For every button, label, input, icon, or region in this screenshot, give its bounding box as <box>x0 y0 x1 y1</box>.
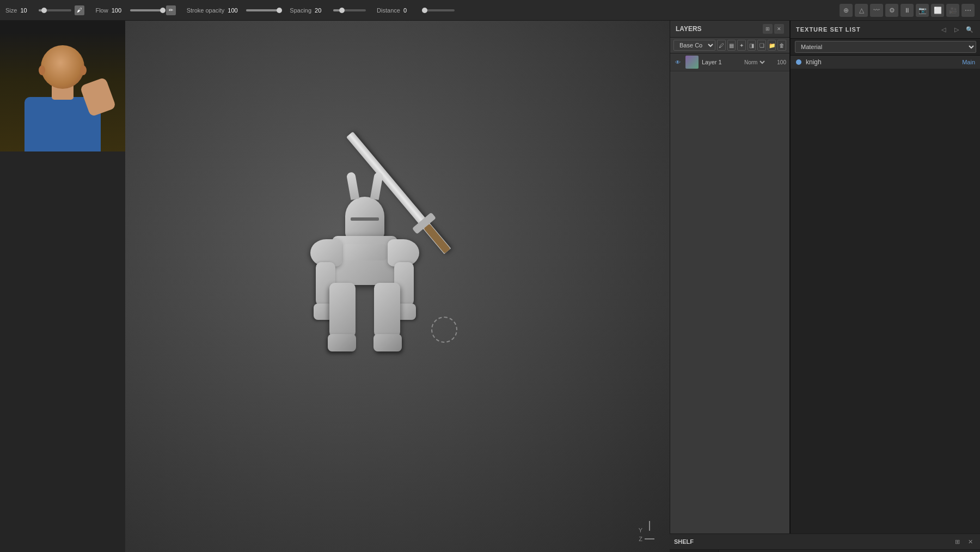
add-paint-layer-icon[interactable]: 🖊 <box>717 40 726 51</box>
shelf-expand-icon[interactable]: ⊞ <box>952 536 963 547</box>
flow-group: Flow 100 ✏ <box>95 5 175 15</box>
main-area: Size <box>0 21 980 552</box>
layer-thumbnail <box>685 56 699 69</box>
left-panel-bottom <box>0 151 125 552</box>
all-right-panels: LAYERS ⊞ ✕ Base Co 🖊 ▦ ✦ ◨ ❑ 📁 <box>670 21 980 552</box>
handle <box>424 223 450 253</box>
pause-icon[interactable]: ⏸ <box>901 4 914 17</box>
shelf-title: SHELF <box>674 538 694 545</box>
delete-icon[interactable]: 🗑 <box>777 40 786 51</box>
distance-group: Distance 0 <box>377 7 455 14</box>
layer-opacity: 100 <box>770 59 786 65</box>
head-armor <box>345 197 384 239</box>
tsl-arrow-right-icon[interactable]: ▷ <box>951 24 962 35</box>
flow-slider[interactable] <box>130 9 163 11</box>
tsl-material-area: Material <box>791 39 980 56</box>
flow-label: Flow <box>95 7 108 14</box>
layers-panel: LAYERS ⊞ ✕ Base Co 🖊 ▦ ✦ ◨ ❑ 📁 <box>670 21 789 533</box>
top-toolbar: Size 10 🖌 Flow 100 ✏ Stroke opacity 100 … <box>0 0 980 21</box>
layer-visibility-icon[interactable]: 👁 <box>673 58 682 66</box>
boot-right <box>373 334 402 351</box>
distance-slider[interactable] <box>422 9 455 11</box>
tsl-arrow-left-icon[interactable]: ◁ <box>938 24 949 35</box>
spacing-label: Spacing <box>290 7 311 14</box>
knight-model <box>321 197 408 360</box>
layer-1[interactable]: 👁 Layer 1 Norm 100 <box>670 53 789 71</box>
shelf-header-right: ⊞ ✕ <box>952 536 976 547</box>
lazy-mouse-icon[interactable]: △ <box>855 4 868 17</box>
size-group: Size 10 🖌 <box>5 5 84 15</box>
webcam-bg <box>0 32 125 151</box>
tsl-header-icons: ◁ ▷ 🔍 <box>938 24 975 35</box>
tsl-item-dot <box>796 59 801 65</box>
stroke-opacity-label: Stroke opacity <box>187 7 225 14</box>
distance-label: Distance <box>377 7 400 14</box>
shelf-content: ⊞ ≡ ⬛ ⬇ ⚡ ○ Smart ✕ <box>719 550 980 552</box>
layer-name: Layer 1 <box>702 59 739 65</box>
chest-plate <box>343 244 387 260</box>
tsl-panel: TEXTURE SET LIST ◁ ▷ 🔍 Material <box>790 21 980 533</box>
toolbar-action-icons: ⊕ △ 〰 ⚙ ⏸ 📷 ⬜ 🎥 ⋯ <box>840 4 975 17</box>
brush-icon[interactable]: 🖌 <box>75 5 84 15</box>
shelf-toolbar: ⊞ ≡ ⬛ ⬇ ⚡ ○ Smart ✕ <box>719 550 980 552</box>
add-effect-icon[interactable]: ✦ <box>737 40 746 51</box>
camera-icon[interactable]: 📷 <box>916 4 929 17</box>
stroke-opacity-slider[interactable] <box>246 9 279 11</box>
leg-left <box>329 283 356 337</box>
layers-expand-icon[interactable]: ⊞ <box>763 24 773 34</box>
layers-header-icons: ⊞ ✕ <box>763 24 784 34</box>
spacing-slider[interactable] <box>333 9 366 11</box>
add-fill-layer-icon[interactable]: ▦ <box>727 40 736 51</box>
left-panel: Size <box>0 21 125 552</box>
viewport[interactable]: Y Z <box>125 21 670 552</box>
symmetry-icon[interactable]: ⊕ <box>840 4 853 17</box>
webcam-area <box>0 32 125 151</box>
flow-brush-icon[interactable]: ✏ <box>166 5 176 15</box>
head <box>41 45 84 89</box>
spacing-value: 20 <box>315 7 330 14</box>
horn-right <box>370 171 383 199</box>
view3d-icon[interactable]: 🎥 <box>946 4 959 17</box>
layer-blend-dropdown[interactable]: Norm <box>742 59 767 66</box>
size-slider[interactable] <box>39 9 71 11</box>
layers-toolbar: Base Co 🖊 ▦ ✦ ◨ ❑ 📁 🗑 <box>670 38 789 53</box>
stroke-opacity-value: 100 <box>228 7 243 14</box>
shelf-header: SHELF ⊞ ✕ <box>670 534 980 550</box>
shelf-panel: SHELF ⊞ ✕ Hard Surfaces Skin Filters Bru… <box>670 533 980 552</box>
layers-title: LAYERS <box>676 25 702 33</box>
tsl-item-action[interactable]: Main <box>962 59 975 65</box>
group-icon[interactable]: 📁 <box>768 40 776 51</box>
axis-indicator: Y Z <box>639 527 654 542</box>
stroke-opacity-group: Stroke opacity 100 <box>187 7 279 14</box>
more-icon[interactable]: ⋯ <box>961 4 975 17</box>
leg-right <box>374 283 400 337</box>
settings-icon[interactable]: ⚙ <box>885 4 898 17</box>
add-mask-icon[interactable]: ◨ <box>748 40 756 51</box>
size-value: 10 <box>20 7 35 14</box>
tsl-header: TEXTURE SET LIST ◁ ▷ 🔍 <box>791 21 980 39</box>
shelf-close-icon[interactable]: ✕ <box>965 536 976 547</box>
stroke-icon[interactable]: 〰 <box>870 4 883 17</box>
tsl-item-name: knigh <box>806 58 958 66</box>
layers-header: LAYERS ⊞ ✕ <box>670 21 789 38</box>
visor <box>351 217 379 221</box>
horn-left <box>346 171 359 199</box>
size-label: Size <box>5 7 17 14</box>
spacing-group: Spacing 20 <box>290 7 366 14</box>
layers-close-icon[interactable]: ✕ <box>774 24 784 34</box>
material-dropdown[interactable]: Material <box>795 41 976 53</box>
tsl-title: TEXTURE SET LIST <box>796 26 861 33</box>
viewport-bg: Y Z <box>125 21 670 552</box>
orbit-circle <box>431 317 457 343</box>
view2d-icon[interactable]: ⬜ <box>931 4 944 17</box>
tsl-search-icon[interactable]: 🔍 <box>964 24 975 35</box>
body-container <box>321 197 408 360</box>
tsl-item-knigh[interactable]: knigh Main <box>791 56 980 69</box>
person-container <box>19 48 106 151</box>
distance-value: 0 <box>403 7 419 14</box>
duplicate-icon[interactable]: ❑ <box>757 40 766 51</box>
boot-left <box>328 334 356 351</box>
blend-mode-dropdown[interactable]: Base Co <box>673 40 715 51</box>
shelf-body: Hard Surfaces Skin Filters Brushes Parti… <box>670 550 980 552</box>
panels-top-row: LAYERS ⊞ ✕ Base Co 🖊 ▦ ✦ ◨ ❑ 📁 <box>670 21 980 533</box>
